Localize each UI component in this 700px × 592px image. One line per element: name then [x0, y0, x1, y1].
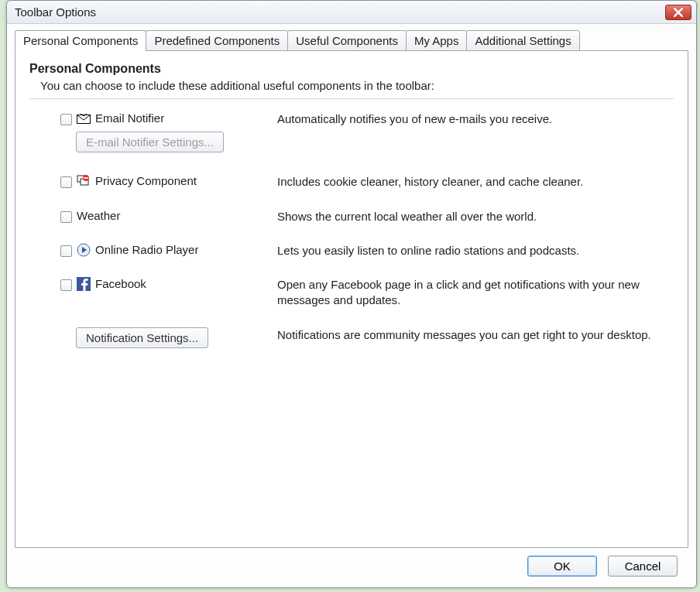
tab-useful-components[interactable]: Useful Components — [287, 30, 407, 51]
notification-settings-button[interactable]: Notification Settings... — [76, 327, 208, 348]
desc-weather: Shows the current local weather all over… — [277, 209, 674, 224]
tab-predefined-components[interactable]: Predefined Components — [146, 30, 288, 51]
title-bar: Toolbar Options — [7, 1, 696, 24]
privacy-icon — [77, 174, 91, 188]
label-privacy-component: Privacy Component — [95, 174, 197, 187]
tab-strip: Personal Components Predefined Component… — [15, 30, 688, 51]
email-notifier-settings-button[interactable]: E-mail Notifier Settings... — [76, 132, 224, 152]
envelope-icon — [77, 111, 91, 125]
desc-privacy-component: Includes cookie cleaner, history cleaner… — [277, 174, 674, 190]
checkbox-privacy-component[interactable] — [60, 176, 72, 188]
label-weather: Weather — [77, 209, 120, 222]
tab-personal-components[interactable]: Personal Components — [15, 30, 146, 51]
checkbox-online-radio-player[interactable] — [60, 245, 72, 257]
row-email-notifier: Email Notifier Automatically notifies yo… — [29, 111, 674, 127]
svg-rect-4 — [84, 177, 88, 179]
desc-facebook: Open any Facebook page in a click and ge… — [277, 277, 674, 309]
desc-notification-settings: Notifications are community messages you… — [277, 327, 674, 343]
label-email-notifier: Email Notifier — [95, 111, 164, 125]
checkbox-email-notifier[interactable] — [60, 114, 72, 125]
divider — [29, 98, 674, 99]
desc-online-radio-player: Lets you easily listen to online radio s… — [277, 243, 674, 258]
row-privacy-component: Privacy Component Includes cookie cleane… — [29, 174, 674, 190]
ok-button[interactable]: OK — [527, 556, 597, 577]
label-facebook: Facebook — [95, 277, 146, 290]
cancel-button[interactable]: Cancel — [608, 556, 678, 577]
close-button[interactable] — [665, 5, 691, 20]
client-area: Personal Components Predefined Component… — [7, 24, 696, 587]
section-subtitle: You can choose to include these addition… — [40, 79, 674, 92]
desc-email-notifier: Automatically notifies you of new e-mail… — [277, 111, 674, 127]
checkbox-weather[interactable] — [60, 211, 72, 223]
close-icon — [674, 8, 683, 17]
checkbox-facebook[interactable] — [60, 279, 72, 291]
label-online-radio-player: Online Radio Player — [95, 243, 198, 256]
row-notification-settings: Notification Settings... Notifications a… — [29, 327, 674, 348]
tab-panel: Personal Components You can choose to in… — [15, 50, 688, 548]
window-title: Toolbar Options — [15, 5, 665, 19]
tab-additional-settings[interactable]: Additional Settings — [466, 30, 579, 51]
section-title: Personal Components — [29, 62, 674, 76]
play-icon — [77, 243, 91, 257]
facebook-icon — [77, 277, 91, 291]
row-facebook: Facebook Open any Facebook page in a cli… — [29, 277, 674, 309]
dialog-window: Toolbar Options Personal Components Pred… — [6, 0, 697, 588]
dialog-footer: OK Cancel — [15, 548, 688, 580]
row-online-radio-player: Online Radio Player Lets you easily list… — [29, 243, 674, 258]
tab-my-apps[interactable]: My Apps — [406, 30, 468, 51]
row-weather: Weather Shows the current local weather … — [29, 209, 674, 224]
